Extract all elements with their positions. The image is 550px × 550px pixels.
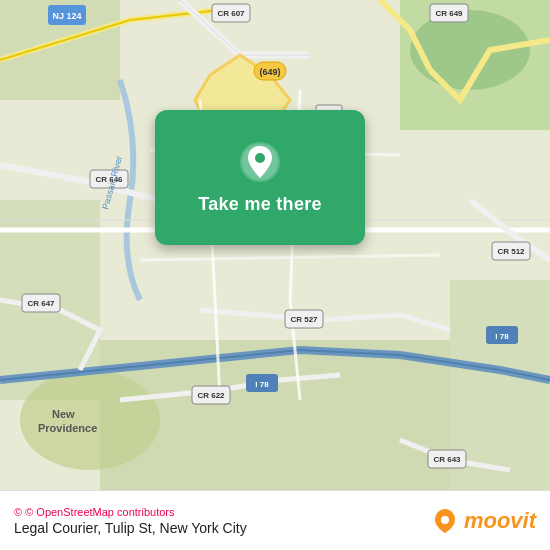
map-card[interactable]: Take me there <box>155 110 365 245</box>
svg-text:CR 607: CR 607 <box>217 9 245 18</box>
svg-text:CR 622: CR 622 <box>197 391 225 400</box>
svg-text:CR 649: CR 649 <box>435 9 463 18</box>
location-text: Legal Courier, Tulip St, New York City <box>14 520 247 536</box>
svg-text:I 78: I 78 <box>495 332 509 341</box>
svg-text:CR 647: CR 647 <box>27 299 55 308</box>
svg-point-40 <box>441 516 449 524</box>
moovit-logo: moovit <box>431 507 536 535</box>
moovit-pin-icon <box>431 507 459 535</box>
location-pin-icon <box>238 140 282 184</box>
svg-point-7 <box>20 370 160 470</box>
svg-text:(649): (649) <box>259 67 280 77</box>
bottom-bar: © © OpenStreetMap contributors Legal Cou… <box>0 490 550 550</box>
svg-text:CR 512: CR 512 <box>497 247 525 256</box>
svg-text:New: New <box>52 408 75 420</box>
bottom-left-info: © © OpenStreetMap contributors Legal Cou… <box>14 506 247 536</box>
take-me-there-label: Take me there <box>198 194 322 215</box>
svg-text:NJ 124: NJ 124 <box>52 11 81 21</box>
map-container: NJ 124 CR 607 CR 649 (649) 124 CR 646 Pa… <box>0 0 550 490</box>
svg-text:CR 643: CR 643 <box>433 455 461 464</box>
svg-point-39 <box>255 153 265 163</box>
osm-credit: © © OpenStreetMap contributors <box>14 506 247 518</box>
osm-text: © OpenStreetMap contributors <box>25 506 174 518</box>
copyright-symbol: © <box>14 506 22 518</box>
svg-text:I 78: I 78 <box>255 380 269 389</box>
svg-text:CR 527: CR 527 <box>290 315 318 324</box>
moovit-brand-label: moovit <box>464 508 536 534</box>
svg-text:Providence: Providence <box>38 422 97 434</box>
